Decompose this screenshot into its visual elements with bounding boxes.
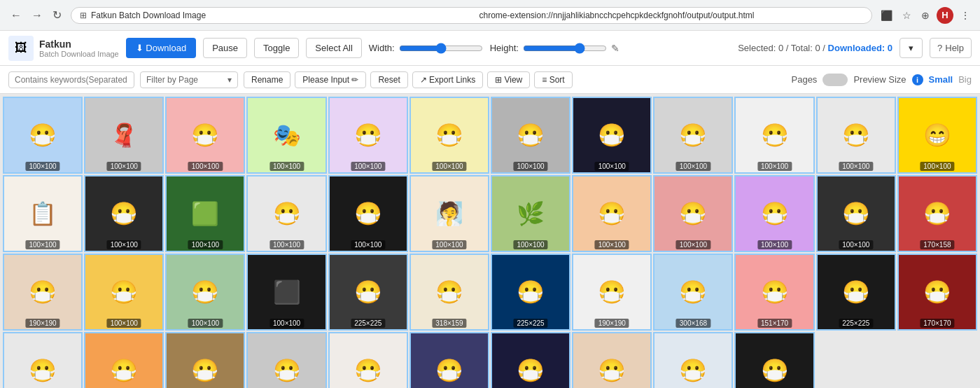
toggle-button[interactable]: Toggle: [254, 38, 299, 58]
image-dimension-label: 100×100: [839, 240, 873, 249]
image-cell[interactable]: 😷190×190: [572, 254, 652, 331]
image-cell[interactable]: 🎭100×100: [246, 97, 326, 174]
image-cell[interactable]: 😷100×100: [653, 175, 733, 252]
image-cell[interactable]: ⬛100×100: [246, 254, 326, 331]
height-edit-icon[interactable]: ✎: [611, 43, 620, 54]
image-dimension-label: 100×100: [270, 319, 304, 328]
image-cell[interactable]: 😷100×100: [246, 175, 326, 252]
app-info: Fatkun Batch Download Image: [39, 39, 119, 58]
image-cell[interactable]: 😷100×100: [84, 254, 164, 331]
please-input-button[interactable]: Please Input ✏: [295, 71, 366, 88]
image-cell[interactable]: 😷225×225: [816, 254, 896, 331]
image-cell[interactable]: 🌿100×100: [491, 175, 570, 252]
back-button[interactable]: ←: [7, 7, 25, 23]
image-dimension-label: 100×100: [351, 162, 385, 171]
image-cell[interactable]: 😷100×100: [328, 97, 408, 174]
image-cell[interactable]: 📋100×100: [3, 175, 83, 252]
image-cell[interactable]: 😷300×168: [653, 254, 733, 331]
image-dimension-label: 100×100: [188, 162, 223, 171]
image-cell[interactable]: 😷100×100: [165, 97, 245, 174]
image-cell[interactable]: 🧣100×100: [84, 97, 164, 174]
dropdown-arrow-button[interactable]: ▾: [899, 38, 923, 58]
big-size-option[interactable]: Big: [958, 74, 972, 85]
image-cell[interactable]: 😷151×170: [734, 254, 814, 331]
help-button[interactable]: ? Help: [930, 38, 972, 58]
filter-actions: Rename Please Input ✏ Reset ↗ Export Lin…: [244, 71, 573, 88]
preview-size-label: Preview Size: [853, 74, 906, 85]
pages-section: Pages Preview Size i Small Big: [792, 74, 972, 86]
address-bar[interactable]: ⊞ Fatkun Batch Download Image chrome-ext…: [71, 7, 872, 24]
image-cell[interactable]: 😷100×100: [734, 97, 814, 174]
height-slider[interactable]: [523, 43, 607, 54]
bookmark-button[interactable]: ☆: [899, 8, 914, 22]
small-size-option[interactable]: Small: [929, 74, 953, 85]
image-cell[interactable]: 😷170×158: [897, 175, 977, 252]
image-cell[interactable]: 😷100×100: [572, 175, 652, 252]
cast-button[interactable]: ⬛: [878, 8, 895, 22]
image-cell[interactable]: 😷170×170: [246, 332, 326, 388]
image-dimension-label: 100×100: [595, 240, 629, 249]
pages-toggle[interactable]: [822, 74, 848, 86]
reload-button[interactable]: ↻: [49, 7, 65, 23]
image-cell[interactable]: 😷225×225: [491, 254, 570, 331]
image-cell[interactable]: 😷100×100: [84, 175, 164, 252]
avatar[interactable]: H: [937, 7, 953, 24]
dropdown-chevron-icon: ▾: [227, 75, 232, 85]
logo-icon: 🖼: [8, 36, 34, 61]
sort-button[interactable]: ≡ Sort: [534, 71, 572, 88]
view-button[interactable]: ⊞ View: [487, 71, 530, 88]
extensions-button[interactable]: ⊕: [918, 8, 932, 22]
image-cell[interactable]: 😷170×170: [84, 332, 164, 388]
pages-label: Pages: [792, 74, 818, 85]
image-cell[interactable]: 😷100×100: [165, 254, 245, 331]
image-dimension-label: 100×100: [432, 162, 466, 171]
app-logo: 🖼 Fatkun Batch Download Image: [8, 36, 119, 61]
image-cell[interactable]: 😷100×100: [328, 175, 408, 252]
image-cell[interactable]: 😷190×126: [410, 332, 489, 388]
image-dimension-label: 100×100: [432, 240, 466, 249]
keyword-input[interactable]: [8, 71, 134, 88]
image-dimension-label: 100×100: [25, 162, 59, 171]
image-cell[interactable]: 😷100×100: [572, 97, 652, 174]
url-text: chrome-extension://nnjjahlikiabncchcpehc…: [479, 11, 864, 20]
image-cell[interactable]: 😷225×225: [734, 332, 814, 388]
image-cell[interactable]: 😷170×153: [328, 332, 408, 388]
image-cell[interactable]: 😷100×100: [734, 175, 814, 252]
image-cell[interactable]: 😷170×170: [897, 254, 977, 331]
app-toolbar: 🖼 Fatkun Batch Download Image ⬇ Download…: [0, 31, 980, 66]
image-cell[interactable]: 😷100×100: [653, 97, 733, 174]
stats-display: Selected: 0 / Total: 0 / Downloaded: 0: [738, 43, 892, 53]
image-dimension-label: 170×158: [920, 240, 954, 249]
image-cell[interactable]: 😁100×100: [897, 97, 977, 174]
filter-page-dropdown[interactable]: Filter by Page ▾: [140, 71, 238, 88]
image-cell[interactable]: 😷100×100: [491, 97, 570, 174]
nav-buttons[interactable]: ← → ↻: [7, 7, 65, 23]
image-dimension-label: 100×100: [920, 162, 954, 171]
image-cell[interactable]: 😷100×100: [3, 97, 83, 174]
menu-button[interactable]: ⋮: [958, 8, 973, 22]
width-slider[interactable]: [399, 43, 483, 54]
image-cell[interactable]: 🧖100×100: [410, 175, 489, 252]
browser-action-buttons[interactable]: ⬛ ☆ ⊕ H ⋮: [878, 7, 973, 24]
image-dimension-label: 100×100: [107, 240, 141, 249]
image-cell[interactable]: 😷170×170: [572, 332, 652, 388]
forward-button[interactable]: →: [28, 7, 46, 23]
select-all-button[interactable]: Select All: [306, 38, 361, 58]
image-cell[interactable]: 😷170×170: [491, 332, 570, 388]
rename-button[interactable]: Rename: [244, 71, 290, 88]
image-cell[interactable]: 😷318×159: [410, 254, 489, 331]
image-cell[interactable]: 🟩100×100: [165, 175, 245, 252]
reset-button[interactable]: Reset: [370, 71, 407, 88]
download-button[interactable]: ⬇ Download: [126, 38, 196, 58]
image-cell[interactable]: 😷201×251: [165, 332, 245, 388]
preview-size-info-icon[interactable]: i: [912, 74, 923, 85]
image-cell[interactable]: 😷259×194: [3, 332, 83, 388]
export-links-button[interactable]: ↗ Export Links: [412, 71, 483, 88]
image-cell[interactable]: 😷190×190: [3, 254, 83, 331]
image-cell[interactable]: 😷100×100: [410, 97, 489, 174]
image-cell[interactable]: 😷100×100: [816, 175, 896, 252]
image-cell[interactable]: 😷225×225: [328, 254, 408, 331]
image-cell[interactable]: 😷225×225: [653, 332, 733, 388]
pause-button[interactable]: Pause: [203, 38, 247, 58]
image-cell[interactable]: 😷100×100: [816, 97, 896, 174]
